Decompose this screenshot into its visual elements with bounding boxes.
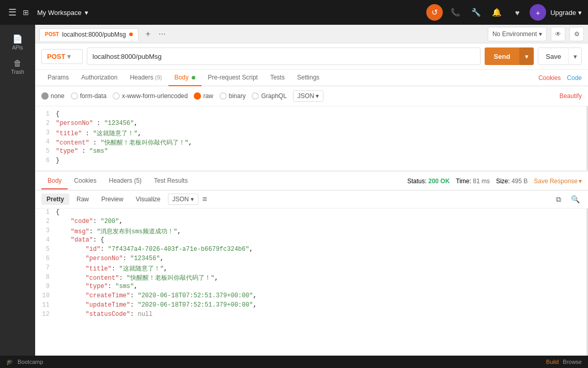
code-line-4: 4 "content" : "快醒醒！老板叫你敲代码了！", — [35, 138, 588, 148]
size-label: Size: 495 B — [496, 178, 528, 185]
request-body-editor[interactable]: 1 { 2 "personNo" : "123456", 3 "title" :… — [35, 106, 588, 171]
build-label[interactable]: Build — [546, 359, 559, 365]
save-button[interactable]: Save — [538, 47, 568, 65]
tab-body[interactable]: Body — [168, 70, 202, 86]
sidebar-item-trash[interactable]: 🗑 Trash — [4, 56, 31, 78]
send-dropdown-button[interactable]: ▾ — [519, 47, 534, 65]
environment-selector[interactable]: No Environment ▾ — [488, 27, 547, 41]
format-label: JSON — [298, 92, 314, 100]
workspace-dropdown-arrow: ▾ — [85, 9, 88, 17]
body-right: Beautify — [560, 92, 582, 100]
send-button[interactable]: Send — [485, 47, 520, 65]
align-icon: ≡ — [203, 195, 207, 204]
resp-line-12: 12 "statusCode": null — [35, 311, 588, 320]
response-body[interactable]: 1 { 2 "code": "200", 3 "msg": "消息发布到sms频… — [35, 209, 588, 368]
fmt-tab-visualize[interactable]: Visualize — [131, 194, 166, 205]
tab-method-badge: POST — [45, 31, 59, 37]
radio-binary[interactable]: binary — [220, 92, 246, 100]
radio-binary-label: binary — [229, 92, 246, 100]
format-arrow: ▾ — [316, 92, 319, 100]
resp-tab-body[interactable]: Body — [41, 173, 68, 189]
resp-format-selector[interactable]: JSON ▾ — [168, 194, 198, 205]
search-icon-btn[interactable]: 🔍 — [568, 193, 582, 206]
wrench-icon-btn[interactable]: 🔧 — [468, 4, 484, 21]
beautify-button[interactable]: Beautify — [560, 92, 582, 100]
tab-bar: POST localhost:8000/pubMsg + ··· No Envi… — [35, 25, 588, 43]
upgrade-label: Upgrade — [550, 9, 576, 17]
resp-line-3: 3 "msg": "消息发布到sms频道成功！", — [35, 227, 588, 236]
radio-none[interactable]: none — [41, 92, 65, 100]
url-input[interactable] — [87, 47, 481, 65]
copy-icon-btn[interactable]: ⧉ — [552, 193, 565, 206]
more-tabs-button[interactable]: ··· — [156, 28, 168, 40]
fmt-tab-raw[interactable]: Raw — [71, 194, 94, 205]
sidebar-item-apis[interactable]: 📄 APIs — [4, 31, 31, 54]
radio-form-data-dot — [71, 92, 78, 100]
resp-tab-cookies[interactable]: Cookies — [68, 173, 102, 189]
new-tab-button[interactable]: + — [143, 28, 153, 40]
eye-icon-btn[interactable]: 👁 — [551, 27, 565, 41]
upgrade-button[interactable]: Upgrade ▾ — [550, 9, 582, 17]
radio-raw-dot — [194, 92, 201, 100]
radio-graphql[interactable]: GraphQL — [252, 92, 286, 100]
tab-settings[interactable]: Settings — [291, 70, 326, 86]
resp-line-6: 6 "personNo": "123456", — [35, 255, 588, 264]
trash-icon: 🗑 — [13, 59, 22, 68]
bottom-bar-right: Build Browse — [546, 359, 582, 365]
browse-label[interactable]: Browse — [563, 359, 582, 365]
phone-icon-btn[interactable]: 📞 — [447, 4, 463, 21]
tab-headers[interactable]: Headers (9) — [123, 70, 168, 86]
fmt-tab-pretty[interactable]: Pretty — [41, 194, 69, 205]
radio-graphql-dot — [252, 92, 259, 100]
bell-icon-btn[interactable]: 🔔 — [488, 4, 505, 21]
fmt-tab-preview[interactable]: Preview — [96, 194, 129, 205]
tab-tests[interactable]: Tests — [264, 70, 291, 86]
radio-form-data-label: form-data — [80, 92, 106, 100]
sidebar: 📄 APIs 🗑 Trash — [0, 25, 35, 368]
plus-icon-btn[interactable]: + — [530, 4, 546, 21]
apis-icon: 📄 — [12, 34, 23, 44]
workspace-icon: ⊞ — [23, 8, 29, 17]
resp-line-4: 4 "data": { — [35, 236, 588, 246]
status-value: 200 OK — [428, 178, 450, 185]
upgrade-arrow: ▾ — [578, 9, 582, 17]
resp-line-10: 10 "createTime": "2020-06-18T07:52:51.37… — [35, 292, 588, 301]
tab-authorization[interactable]: Authorization — [75, 70, 123, 86]
sync-button[interactable]: ↺ — [426, 4, 443, 21]
tab-params[interactable]: Params — [41, 70, 75, 86]
time-value: 81 ms — [473, 178, 490, 185]
radio-form-data[interactable]: form-data — [71, 92, 106, 100]
cookies-link[interactable]: Cookies — [538, 74, 561, 82]
workspace-button[interactable]: My Workspace ▾ — [33, 7, 92, 19]
format-selector[interactable]: JSON ▾ — [293, 90, 323, 102]
active-tab[interactable]: POST localhost:8000/pubMsg — [39, 28, 138, 41]
code-link[interactable]: Code — [567, 74, 582, 82]
radio-urlencoded-label: x-www-form-urlencoded — [122, 92, 188, 100]
radio-raw[interactable]: raw — [194, 92, 213, 100]
save-response-arrow: ▾ — [579, 178, 582, 185]
sidebar-item-label-trash: Trash — [11, 69, 24, 75]
method-label: POST — [47, 53, 65, 60]
resp-tab-headers[interactable]: Headers (5) — [103, 173, 148, 189]
code-line-1: 1 { — [35, 110, 588, 120]
radio-urlencoded[interactable]: x-www-form-urlencoded — [113, 92, 188, 100]
resp-tab-test-results[interactable]: Test Results — [148, 173, 194, 189]
tab-right-section: No Environment ▾ 👁 ⚙ — [488, 27, 584, 41]
method-selector[interactable]: POST ▾ — [41, 49, 83, 64]
resp-line-7: 7 "title": "这就随意了！", — [35, 264, 588, 274]
tab-url-label: localhost:8000/pubMsg — [62, 31, 126, 38]
body-active-dot — [192, 76, 195, 79]
save-response-button[interactable]: Save Response ▾ — [534, 178, 582, 185]
save-dropdown-button[interactable]: ▾ — [568, 47, 582, 65]
headers-badge: (9) — [155, 74, 162, 81]
code-line-5: 5 "type" : "sms" — [35, 148, 588, 157]
request-code-lines: 1 { 2 "personNo" : "123456", 3 "title" :… — [35, 106, 588, 170]
radio-none-label: none — [51, 92, 65, 100]
tab-pre-request[interactable]: Pre-request Script — [202, 70, 264, 86]
hamburger-btn[interactable]: ☰ — [6, 5, 19, 20]
heart-icon-btn[interactable]: ♥ — [509, 4, 525, 21]
resp-line-1: 1 { — [35, 209, 588, 218]
time-label: Time: 81 ms — [456, 178, 490, 185]
settings-icon-btn[interactable]: ⚙ — [569, 27, 584, 41]
size-value: 495 B — [512, 178, 528, 185]
